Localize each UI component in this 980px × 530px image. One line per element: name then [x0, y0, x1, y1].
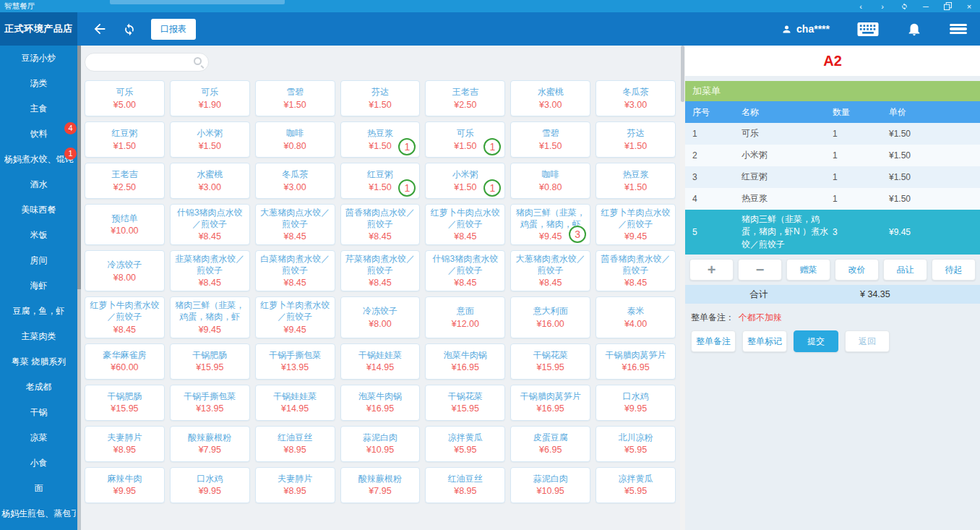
menu-item-card[interactable]: 意大利面 ¥16.00 — [510, 296, 590, 338]
menu-item-card[interactable]: 蒜泥白肉 ¥10.95 — [340, 426, 421, 462]
menu-item-card[interactable]: 猪肉三鲜（韭菜，鸡蛋，猪肉，虾 ¥9.45 — [170, 296, 250, 338]
menu-item-card[interactable]: 可乐 ¥1.50 1 — [425, 121, 505, 158]
menu-item-card[interactable]: 夫妻肺片 ¥8.95 — [85, 426, 165, 462]
sidebar-category-item[interactable]: 豆汤小炒 — [0, 46, 77, 71]
sidebar-category-item[interactable]: 主食 — [0, 96, 77, 121]
menu-item-card[interactable]: 干锅肥肠 ¥15.95 — [170, 343, 250, 380]
menu-item-card[interactable]: 红萝卜羊肉点水饺／煎饺子 ¥9.45 — [596, 204, 676, 245]
sidebar-category-item[interactable]: 米饭 — [0, 223, 77, 248]
sidebar-category-item[interactable]: 粤菜 烧腊系列 — [0, 349, 77, 375]
sidebar-category-item[interactable]: 干锅 — [0, 400, 77, 425]
menu-item-card[interactable]: 白菜猪肉煮水饺／煎饺子 ¥8.45 — [255, 250, 335, 291]
sidebar-category-item[interactable]: 小食 — [0, 450, 77, 476]
menu-item-card[interactable]: 王老吉 ¥2.50 — [85, 163, 165, 199]
menu-item-card[interactable]: 冷冻饺子 ¥8.00 — [340, 296, 421, 338]
menu-item-card[interactable]: 泡菜牛肉锅 ¥16.95 — [425, 343, 505, 380]
order-action-button[interactable]: + — [689, 259, 734, 281]
menu-item-card[interactable]: 红油豆丝 ¥8.95 — [255, 426, 335, 462]
sidebar-category-item[interactable]: 酒水 — [0, 172, 77, 197]
menu-item-card[interactable]: 咖啡 ¥0.80 — [510, 163, 590, 199]
menu-item-card[interactable]: 干锅肥肠 ¥15.95 — [85, 385, 165, 421]
sidebar-category-item[interactable]: 汤类 — [0, 71, 77, 96]
order-row[interactable]: 2 小米粥 1 ¥1.50 — [685, 145, 980, 166]
menu-item-card[interactable]: 热豆浆 ¥1.50 1 — [340, 121, 421, 158]
sidebar-category-item[interactable]: 海虾 — [0, 273, 77, 299]
close-icon[interactable]: × — [958, 0, 980, 12]
menu-item-card[interactable]: 冬瓜茶 ¥3.00 — [596, 80, 676, 116]
menu-item-card[interactable]: 干锅腊肉莴笋片 ¥16.95 — [510, 385, 590, 421]
sidebar-category-item[interactable]: 主菜肉类 — [0, 324, 77, 349]
menu-item-card[interactable]: 红萝卜牛肉煮水饺／煎饺子 ¥8.45 — [85, 296, 165, 338]
menu-item-card[interactable]: 雪碧 ¥1.50 — [510, 121, 590, 158]
order-footer-button[interactable]: 整单标记 — [742, 330, 787, 352]
menu-item-card[interactable]: 咖啡 ¥0.80 — [255, 121, 335, 158]
menu-scrollbar-thumb[interactable] — [681, 46, 684, 102]
menu-item-card[interactable]: 大葱猪肉点水饺／煎饺子 ¥8.45 — [255, 204, 335, 245]
menu-item-card[interactable]: 皮蛋豆腐 ¥6.95 — [510, 426, 590, 462]
order-row[interactable]: 5 猪肉三鲜（韭菜，鸡蛋，猪肉，虾N ）煮水饺／煎饺子 3 ¥9.45 — [685, 210, 980, 255]
order-action-button[interactable]: 品让 — [883, 259, 927, 281]
menu-item-card[interactable]: 红豆粥 ¥1.50 — [85, 121, 165, 158]
menu-item-card[interactable]: 预结单 ¥10.00 — [85, 204, 165, 245]
menu-item-card[interactable]: 韭菜猪肉煮水饺／煎饺子 ¥8.45 — [170, 250, 250, 291]
menu-item-card[interactable]: 小米粥 ¥1.50 — [170, 121, 250, 158]
menu-icon[interactable] — [950, 24, 967, 35]
menu-item-card[interactable]: 什锦3猪肉点水饺／煎饺子 ¥8.45 — [170, 204, 250, 245]
menu-item-card[interactable]: 大葱猪肉煮水饺／煎饺子 ¥8.45 — [510, 250, 590, 291]
sidebar-category-item[interactable]: 面 — [0, 476, 77, 501]
menu-item-card[interactable]: 麻辣牛肉 ¥9.95 — [85, 467, 165, 503]
sidebar-category-item[interactable]: 房间 — [0, 248, 77, 273]
sidebar-category-item[interactable]: 老成都 — [0, 375, 77, 400]
sidebar-category-item[interactable]: 美味西餐 — [0, 197, 77, 223]
search-input[interactable] — [85, 54, 226, 71]
menu-item-card[interactable]: 红萝卜羊肉煮水饺／煎饺子 ¥9.45 — [255, 296, 335, 338]
nav-forward-icon[interactable]: › — [872, 0, 893, 12]
menu-item-card[interactable]: 干锅腊肉莴笋片 ¥16.95 — [596, 343, 676, 380]
menu-item-card[interactable]: 红油豆丝 ¥8.95 — [425, 467, 505, 503]
sidebar-category-item[interactable]: 凉菜 — [0, 425, 77, 450]
sidebar-scrollbar[interactable] — [77, 46, 81, 530]
order-action-button[interactable]: 改价 — [835, 259, 879, 281]
keyboard-icon[interactable] — [857, 22, 879, 36]
menu-item-card[interactable]: 水蜜桃 ¥3.00 — [170, 163, 250, 199]
menu-item-card[interactable]: 可乐 ¥1.90 — [170, 80, 250, 116]
order-footer-button[interactable]: 整单备注 — [691, 330, 736, 352]
menu-item-card[interactable]: 口水鸡 ¥9.95 — [170, 467, 250, 503]
menu-item-card[interactable]: 酸辣蕨根粉 ¥7.95 — [170, 426, 250, 462]
menu-item-card[interactable]: 泰米 ¥4.00 — [596, 296, 676, 338]
menu-item-card[interactable]: 王老吉 ¥2.50 — [425, 80, 505, 116]
order-row[interactable]: 1 可乐 1 ¥1.50 — [685, 123, 980, 145]
menu-item-card[interactable]: 雪碧 ¥1.50 — [255, 80, 335, 116]
reload-icon[interactable] — [893, 0, 915, 12]
menu-item-card[interactable]: 干锅花菜 ¥15.95 — [425, 385, 505, 421]
sidebar-scrollbar-thumb[interactable] — [77, 46, 81, 289]
menu-item-card[interactable]: 干锅花菜 ¥15.95 — [510, 343, 590, 380]
menu-item-card[interactable]: 泡菜牛肉锅 ¥16.95 — [340, 385, 421, 421]
menu-item-card[interactable]: 可乐 ¥5.00 — [85, 80, 165, 116]
sidebar-category-item[interactable]: 豆腐，鱼，虾 — [0, 299, 77, 324]
menu-item-card[interactable]: 热豆浆 ¥1.50 — [596, 163, 676, 199]
order-footer-button[interactable]: 提交 — [794, 330, 838, 352]
menu-item-card[interactable]: 酸辣蕨根粉 ¥7.95 — [340, 467, 421, 503]
menu-item-card[interactable]: 凉拌黄瓜 ¥5.95 — [425, 426, 505, 462]
menu-item-card[interactable]: 猪肉三鲜（韭菜，鸡蛋，猪肉，虾 ¥9.45 3 — [510, 204, 590, 245]
menu-item-card[interactable]: 意面 ¥12.00 — [425, 296, 505, 338]
menu-item-card[interactable]: 什锦3猪肉煮水饺／煎饺子 ¥8.45 — [425, 250, 505, 291]
menu-item-card[interactable]: 凉拌黄瓜 ¥5.95 — [596, 467, 676, 503]
order-action-button[interactable]: 待起 — [932, 259, 976, 281]
back-arrow-icon[interactable] — [92, 21, 108, 37]
restore-window-icon[interactable] — [937, 0, 958, 12]
menu-item-card[interactable]: 干锅娃娃菜 ¥14.95 — [340, 343, 421, 380]
refresh-icon[interactable] — [122, 22, 137, 36]
menu-item-card[interactable]: 红萝卜牛肉点水饺／煎饺子 ¥8.45 — [425, 204, 505, 245]
menu-item-card[interactable]: 北川凉粉 ¥5.95 — [596, 426, 676, 462]
menu-item-card[interactable]: 口水鸡 ¥9.95 — [596, 385, 676, 421]
menu-item-card[interactable]: 茴香猪肉点水饺／煎饺子 ¥8.45 — [340, 204, 421, 245]
sidebar-category-item[interactable]: 杨妈煮水饺、馄饨 1 — [0, 147, 77, 172]
bell-icon[interactable] — [906, 21, 922, 37]
order-action-button[interactable]: 赠菜 — [786, 259, 830, 281]
menu-item-card[interactable]: 干锅手撕包菜 ¥13.95 — [255, 343, 335, 380]
menu-item-card[interactable]: 红豆粥 ¥1.50 1 — [340, 163, 421, 199]
menu-item-card[interactable]: 豪华麻雀房 ¥60.00 — [85, 343, 165, 380]
user-account[interactable]: cha**** — [781, 23, 830, 35]
